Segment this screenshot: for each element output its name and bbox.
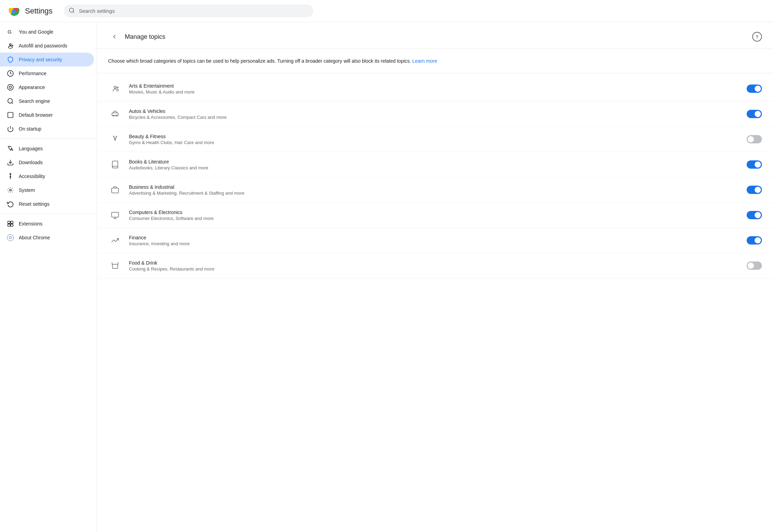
sidebar-item-you-google[interactable]: GYou and Google xyxy=(0,25,94,39)
search-icon xyxy=(69,7,75,15)
svg-line-5 xyxy=(73,11,74,12)
topic-sub-business: Advertising & Marketing, Recruitment & S… xyxy=(129,190,740,196)
search-input[interactable] xyxy=(64,5,313,17)
svg-point-7 xyxy=(10,44,11,45)
toggle-beauty[interactable] xyxy=(747,135,762,143)
svg-line-15 xyxy=(12,103,13,104)
sidebar-label-accessibility: Accessibility xyxy=(19,174,45,179)
description: Choose which broad categories of topics … xyxy=(97,49,773,73)
sidebar-item-on-startup[interactable]: On startup xyxy=(0,122,94,136)
help-button[interactable]: ? xyxy=(752,32,762,42)
finance-icon xyxy=(108,233,122,247)
content-header-left: Manage topics xyxy=(108,30,165,43)
content-header: Manage topics ? xyxy=(97,22,773,49)
autofill-icon xyxy=(7,42,14,49)
svg-point-3 xyxy=(12,9,16,13)
sidebar-item-search-engine[interactable]: Search engine xyxy=(0,94,94,108)
topic-sub-finance: Insurance, Investing and more xyxy=(129,241,740,246)
topic-sub-books: Audiobooks, Literary Classics and more xyxy=(129,165,740,170)
default-browser-icon xyxy=(7,112,14,118)
toggle-computers[interactable] xyxy=(747,211,762,219)
sidebar-item-accessibility[interactable]: Accessibility xyxy=(0,169,94,183)
system-icon xyxy=(7,187,14,194)
appearance-icon xyxy=(7,84,14,91)
business-icon xyxy=(108,183,122,197)
svg-rect-35 xyxy=(112,212,119,217)
topic-name-beauty: Beauty & Fitness xyxy=(129,134,740,139)
topic-text-autos: Autos & VehiclesBicycles & Accessories, … xyxy=(129,108,740,120)
sidebar-item-reset-settings[interactable]: Reset settings xyxy=(0,197,94,211)
sidebar-label-languages: Languages xyxy=(19,146,43,151)
toggle-food[interactable] xyxy=(747,261,762,270)
topic-sub-arts: Movies, Music & Audio and more xyxy=(129,89,740,95)
arts-icon xyxy=(108,82,122,96)
svg-point-30 xyxy=(117,87,118,88)
food-icon xyxy=(108,259,122,273)
downloads-icon xyxy=(7,159,14,166)
svg-rect-16 xyxy=(8,113,13,118)
sidebar: GYou and GoogleAutofill and passwordsPri… xyxy=(0,22,97,532)
accessibility-icon xyxy=(7,173,14,180)
performance-icon xyxy=(7,70,14,77)
toggle-business[interactable] xyxy=(747,186,762,194)
sidebar-label-privacy: Privacy and security xyxy=(19,57,62,62)
toggle-books[interactable] xyxy=(747,160,762,169)
topic-item-computers: Computers & ElectronicsConsumer Electron… xyxy=(97,203,773,228)
topic-text-beauty: Beauty & FitnessGyms & Health Clubs, Hai… xyxy=(129,134,740,145)
topics-list: Arts & EntertainmentMovies, Music & Audi… xyxy=(97,73,773,281)
sidebar-item-extensions[interactable]: Extensions xyxy=(0,217,94,231)
sidebar-label-about-chrome: About Chrome xyxy=(19,235,50,240)
sidebar-item-about-chrome[interactable]: About Chrome xyxy=(0,231,94,245)
svg-point-8 xyxy=(8,46,12,48)
svg-rect-25 xyxy=(11,224,13,227)
sidebar-item-downloads[interactable]: Downloads xyxy=(0,156,94,169)
beauty-icon xyxy=(108,132,122,146)
sidebar-label-you-google: You and Google xyxy=(19,29,53,35)
topic-text-arts: Arts & EntertainmentMovies, Music & Audi… xyxy=(129,83,740,95)
sidebar-item-system[interactable]: System xyxy=(0,183,94,197)
topic-text-books: Books & LiteratureAudiobooks, Literary C… xyxy=(129,159,740,170)
topic-text-finance: FinanceInsurance, Investing and more xyxy=(129,235,740,246)
sidebar-label-performance: Performance xyxy=(19,71,46,76)
toggle-autos[interactable] xyxy=(747,110,762,118)
toggle-finance[interactable] xyxy=(747,236,762,245)
sidebar-item-performance[interactable]: Performance xyxy=(0,66,94,80)
sidebar-item-languages[interactable]: Languages xyxy=(0,142,94,156)
page-title: Manage topics xyxy=(125,33,165,41)
back-button[interactable] xyxy=(108,30,121,43)
sidebar-label-appearance: Appearance xyxy=(19,85,45,90)
svg-rect-22 xyxy=(8,221,10,224)
learn-more-link[interactable]: Learn more xyxy=(412,58,437,64)
autos-icon xyxy=(108,107,122,121)
chrome-logo xyxy=(8,6,19,17)
svg-point-21 xyxy=(10,189,11,191)
svg-point-13 xyxy=(9,86,12,89)
topic-text-food: Food & DrinkCooking & Recipes, Restauran… xyxy=(129,260,740,272)
topic-text-computers: Computers & ElectronicsConsumer Electron… xyxy=(129,210,740,221)
sidebar-item-appearance[interactable]: Appearance xyxy=(0,80,94,94)
about-chrome-icon xyxy=(7,234,14,241)
topic-item-autos: Autos & VehiclesBicycles & Accessories, … xyxy=(97,101,773,127)
sidebar-item-privacy[interactable]: Privacy and security xyxy=(0,53,94,66)
topic-name-food: Food & Drink xyxy=(129,260,740,266)
topic-name-computers: Computers & Electronics xyxy=(129,210,740,215)
topic-name-finance: Finance xyxy=(129,235,740,240)
topic-item-arts: Arts & EntertainmentMovies, Music & Audi… xyxy=(97,76,773,101)
svg-text:G: G xyxy=(8,29,12,35)
sidebar-label-reset-settings: Reset settings xyxy=(19,201,50,207)
sidebar-item-autofill[interactable]: Autofill and passwords xyxy=(0,39,94,53)
sidebar-item-default-browser[interactable]: Default browser xyxy=(0,108,94,122)
reset-settings-icon xyxy=(7,201,14,207)
top-bar: Settings xyxy=(0,0,773,22)
sidebar-label-on-startup: On startup xyxy=(19,126,41,132)
svg-point-14 xyxy=(8,99,12,103)
topic-item-books: Books & LiteratureAudiobooks, Literary C… xyxy=(97,152,773,177)
topic-item-beauty: Beauty & FitnessGyms & Health Clubs, Hai… xyxy=(97,127,773,152)
toggle-arts[interactable] xyxy=(747,85,762,93)
topic-sub-beauty: Gyms & Health Clubs, Hair Care and more xyxy=(129,140,740,145)
topic-item-business: Business & IndustrialAdvertising & Marke… xyxy=(97,177,773,203)
topic-name-books: Books & Literature xyxy=(129,159,740,165)
sidebar-label-default-browser: Default browser xyxy=(19,112,53,118)
main-layout: GYou and GoogleAutofill and passwordsPri… xyxy=(0,22,773,532)
topic-name-business: Business & Industrial xyxy=(129,184,740,190)
